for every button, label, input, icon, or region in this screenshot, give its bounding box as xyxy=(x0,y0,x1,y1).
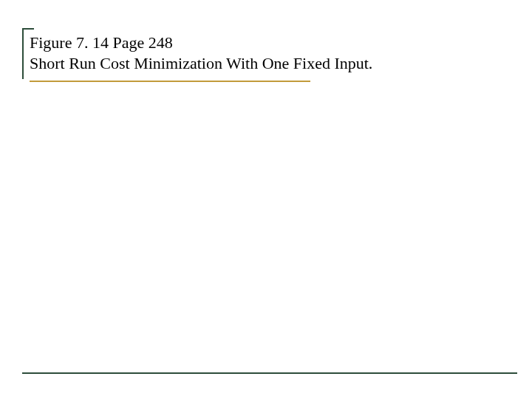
bottom-rule xyxy=(22,372,517,374)
slide: Figure 7. 14 Page 248 Short Run Cost Min… xyxy=(0,0,532,399)
figure-title: Short Run Cost Minimization With One Fix… xyxy=(30,53,502,74)
title-box: Figure 7. 14 Page 248 Short Run Cost Min… xyxy=(22,28,510,79)
title-underline-accent xyxy=(30,81,310,82)
figure-reference: Figure 7. 14 Page 248 xyxy=(30,33,502,53)
